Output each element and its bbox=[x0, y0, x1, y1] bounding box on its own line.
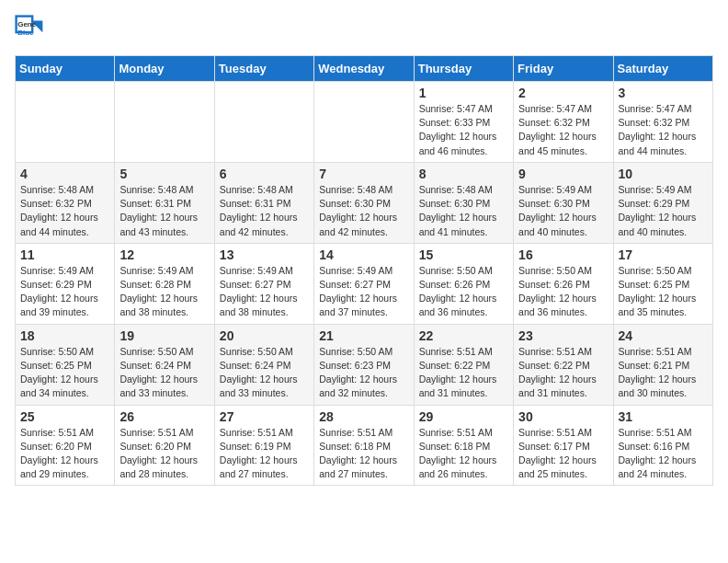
day-info: Sunrise: 5:50 AM Sunset: 6:24 PM Dayligh… bbox=[119, 345, 209, 401]
calendar-cell: 25Sunrise: 5:51 AM Sunset: 6:20 PM Dayli… bbox=[16, 405, 115, 486]
day-info: Sunrise: 5:47 AM Sunset: 6:32 PM Dayligh… bbox=[518, 102, 608, 158]
calendar-cell: 5Sunrise: 5:48 AM Sunset: 6:31 PM Daylig… bbox=[115, 162, 214, 243]
day-number: 25 bbox=[20, 409, 109, 424]
day-number: 23 bbox=[518, 328, 608, 343]
day-info: Sunrise: 5:51 AM Sunset: 6:21 PM Dayligh… bbox=[619, 345, 708, 401]
calendar-cell: 10Sunrise: 5:49 AM Sunset: 6:29 PM Dayli… bbox=[613, 162, 712, 243]
day-number: 28 bbox=[319, 409, 408, 424]
day-info: Sunrise: 5:50 AM Sunset: 6:26 PM Dayligh… bbox=[518, 264, 608, 320]
calendar-cell: 31Sunrise: 5:51 AM Sunset: 6:16 PM Dayli… bbox=[613, 405, 712, 486]
day-info: Sunrise: 5:47 AM Sunset: 6:32 PM Dayligh… bbox=[619, 102, 708, 158]
day-number: 27 bbox=[220, 409, 309, 424]
day-info: Sunrise: 5:50 AM Sunset: 6:26 PM Dayligh… bbox=[419, 264, 508, 320]
col-header-wednesday: Wednesday bbox=[314, 56, 414, 82]
calendar-cell: 12Sunrise: 5:49 AM Sunset: 6:28 PM Dayli… bbox=[115, 243, 214, 324]
day-number: 29 bbox=[419, 409, 508, 424]
calendar-cell: 20Sunrise: 5:50 AM Sunset: 6:24 PM Dayli… bbox=[214, 324, 313, 405]
day-info: Sunrise: 5:51 AM Sunset: 6:22 PM Dayligh… bbox=[419, 345, 508, 401]
calendar-cell: 30Sunrise: 5:51 AM Sunset: 6:17 PM Dayli… bbox=[514, 405, 613, 486]
day-info: Sunrise: 5:47 AM Sunset: 6:33 PM Dayligh… bbox=[419, 102, 508, 158]
calendar-cell: 15Sunrise: 5:50 AM Sunset: 6:26 PM Dayli… bbox=[414, 243, 513, 324]
calendar-week-row: 1Sunrise: 5:47 AM Sunset: 6:33 PM Daylig… bbox=[16, 82, 713, 163]
calendar-cell: 21Sunrise: 5:50 AM Sunset: 6:23 PM Dayli… bbox=[314, 324, 414, 405]
col-header-friday: Friday bbox=[514, 56, 613, 82]
day-info: Sunrise: 5:51 AM Sunset: 6:18 PM Dayligh… bbox=[419, 426, 508, 482]
day-info: Sunrise: 5:49 AM Sunset: 6:27 PM Dayligh… bbox=[220, 264, 309, 320]
calendar-cell bbox=[314, 82, 414, 163]
day-number: 1 bbox=[419, 86, 508, 100]
day-number: 11 bbox=[20, 247, 109, 262]
calendar-cell: 14Sunrise: 5:49 AM Sunset: 6:27 PM Dayli… bbox=[314, 243, 414, 324]
calendar-cell: 29Sunrise: 5:51 AM Sunset: 6:18 PM Dayli… bbox=[414, 405, 513, 486]
calendar-week-row: 18Sunrise: 5:50 AM Sunset: 6:25 PM Dayli… bbox=[16, 324, 713, 405]
logo-icon: Gene Blue bbox=[15, 15, 44, 44]
calendar-cell: 27Sunrise: 5:51 AM Sunset: 6:19 PM Dayli… bbox=[214, 405, 313, 486]
day-number: 21 bbox=[319, 328, 408, 343]
calendar-cell bbox=[115, 82, 214, 163]
day-info: Sunrise: 5:51 AM Sunset: 6:20 PM Dayligh… bbox=[119, 426, 209, 482]
calendar-cell: 13Sunrise: 5:49 AM Sunset: 6:27 PM Dayli… bbox=[214, 243, 313, 324]
day-info: Sunrise: 5:48 AM Sunset: 6:32 PM Dayligh… bbox=[20, 183, 109, 239]
day-number: 24 bbox=[619, 328, 708, 343]
day-info: Sunrise: 5:49 AM Sunset: 6:30 PM Dayligh… bbox=[518, 183, 608, 239]
day-number: 4 bbox=[20, 167, 109, 181]
calendar-cell: 7Sunrise: 5:48 AM Sunset: 6:30 PM Daylig… bbox=[314, 162, 414, 243]
calendar-cell: 17Sunrise: 5:50 AM Sunset: 6:25 PM Dayli… bbox=[613, 243, 712, 324]
day-info: Sunrise: 5:50 AM Sunset: 6:25 PM Dayligh… bbox=[619, 264, 708, 320]
day-number: 17 bbox=[619, 247, 708, 262]
svg-text:Blue: Blue bbox=[17, 29, 34, 37]
calendar-week-row: 25Sunrise: 5:51 AM Sunset: 6:20 PM Dayli… bbox=[16, 405, 713, 486]
calendar-cell: 1Sunrise: 5:47 AM Sunset: 6:33 PM Daylig… bbox=[414, 82, 513, 163]
calendar-cell: 16Sunrise: 5:50 AM Sunset: 6:26 PM Dayli… bbox=[514, 243, 613, 324]
day-info: Sunrise: 5:49 AM Sunset: 6:28 PM Dayligh… bbox=[119, 264, 209, 320]
svg-text:Gene: Gene bbox=[17, 20, 37, 29]
day-number: 14 bbox=[319, 247, 408, 262]
calendar-cell: 22Sunrise: 5:51 AM Sunset: 6:22 PM Dayli… bbox=[414, 324, 513, 405]
day-info: Sunrise: 5:51 AM Sunset: 6:17 PM Dayligh… bbox=[518, 426, 608, 482]
day-info: Sunrise: 5:49 AM Sunset: 6:27 PM Dayligh… bbox=[319, 264, 408, 320]
day-info: Sunrise: 5:50 AM Sunset: 6:25 PM Dayligh… bbox=[20, 345, 109, 401]
day-number: 3 bbox=[619, 86, 708, 100]
day-info: Sunrise: 5:51 AM Sunset: 6:18 PM Dayligh… bbox=[319, 426, 408, 482]
day-info: Sunrise: 5:48 AM Sunset: 6:30 PM Dayligh… bbox=[319, 183, 408, 239]
day-number: 13 bbox=[220, 247, 309, 262]
day-info: Sunrise: 5:51 AM Sunset: 6:20 PM Dayligh… bbox=[20, 426, 109, 482]
day-info: Sunrise: 5:51 AM Sunset: 6:22 PM Dayligh… bbox=[518, 345, 608, 401]
calendar-week-row: 11Sunrise: 5:49 AM Sunset: 6:29 PM Dayli… bbox=[16, 243, 713, 324]
calendar-header-row: SundayMondayTuesdayWednesdayThursdayFrid… bbox=[16, 56, 713, 82]
day-number: 20 bbox=[220, 328, 309, 343]
calendar-cell: 4Sunrise: 5:48 AM Sunset: 6:32 PM Daylig… bbox=[16, 162, 115, 243]
day-info: Sunrise: 5:48 AM Sunset: 6:31 PM Dayligh… bbox=[220, 183, 309, 239]
day-number: 22 bbox=[419, 328, 508, 343]
col-header-saturday: Saturday bbox=[613, 56, 712, 82]
day-info: Sunrise: 5:50 AM Sunset: 6:23 PM Dayligh… bbox=[319, 345, 408, 401]
logo: Gene Blue bbox=[15, 15, 48, 44]
calendar-cell: 26Sunrise: 5:51 AM Sunset: 6:20 PM Dayli… bbox=[115, 405, 214, 486]
page-header: Gene Blue bbox=[15, 15, 713, 44]
col-header-monday: Monday bbox=[115, 56, 214, 82]
day-number: 18 bbox=[20, 328, 109, 343]
day-info: Sunrise: 5:50 AM Sunset: 6:24 PM Dayligh… bbox=[220, 345, 309, 401]
calendar-table: SundayMondayTuesdayWednesdayThursdayFrid… bbox=[15, 55, 713, 486]
day-number: 5 bbox=[119, 167, 209, 181]
col-header-tuesday: Tuesday bbox=[214, 56, 313, 82]
day-number: 30 bbox=[518, 409, 608, 424]
day-info: Sunrise: 5:51 AM Sunset: 6:16 PM Dayligh… bbox=[619, 426, 708, 482]
calendar-cell: 24Sunrise: 5:51 AM Sunset: 6:21 PM Dayli… bbox=[613, 324, 712, 405]
day-number: 10 bbox=[619, 167, 708, 181]
calendar-cell: 9Sunrise: 5:49 AM Sunset: 6:30 PM Daylig… bbox=[514, 162, 613, 243]
col-header-sunday: Sunday bbox=[16, 56, 115, 82]
calendar-cell: 28Sunrise: 5:51 AM Sunset: 6:18 PM Dayli… bbox=[314, 405, 414, 486]
calendar-cell: 18Sunrise: 5:50 AM Sunset: 6:25 PM Dayli… bbox=[16, 324, 115, 405]
calendar-cell: 11Sunrise: 5:49 AM Sunset: 6:29 PM Dayli… bbox=[16, 243, 115, 324]
day-number: 19 bbox=[119, 328, 209, 343]
calendar-cell: 6Sunrise: 5:48 AM Sunset: 6:31 PM Daylig… bbox=[214, 162, 313, 243]
day-info: Sunrise: 5:51 AM Sunset: 6:19 PM Dayligh… bbox=[220, 426, 309, 482]
calendar-cell bbox=[16, 82, 115, 163]
day-number: 16 bbox=[518, 247, 608, 262]
calendar-cell: 8Sunrise: 5:48 AM Sunset: 6:30 PM Daylig… bbox=[414, 162, 513, 243]
calendar-week-row: 4Sunrise: 5:48 AM Sunset: 6:32 PM Daylig… bbox=[16, 162, 713, 243]
calendar-cell bbox=[214, 82, 313, 163]
day-number: 7 bbox=[319, 167, 408, 181]
day-number: 15 bbox=[419, 247, 508, 262]
